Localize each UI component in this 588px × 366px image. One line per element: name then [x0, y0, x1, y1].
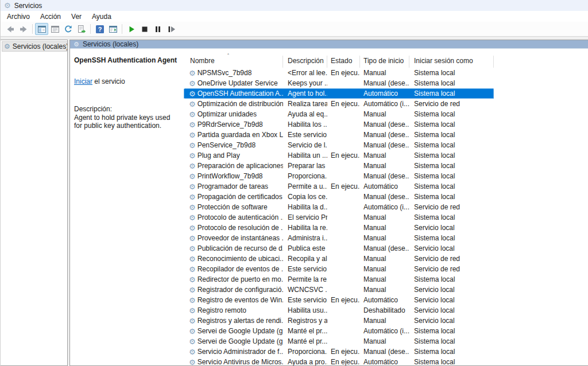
table-row[interactable]: ⚙OpenSSH Authentication A...Agent to hol… [184, 88, 494, 99]
show-console-tree-button[interactable] [35, 23, 48, 35]
table-row[interactable]: ⚙NPSMSvc_7b9d8<Error al lee...En ejecu..… [184, 68, 494, 78]
action-pane-icon [109, 25, 118, 34]
logon-as-cell: Servicio local [409, 295, 494, 305]
help-button[interactable]: ? [93, 23, 106, 35]
service-name: Reconocimiento de ubicaci... [198, 254, 283, 264]
service-status-cell [327, 192, 360, 202]
table-row[interactable]: ⚙Registro de eventos de Win...Este servi… [184, 295, 494, 305]
logon-as-cell: Sistema local [409, 161, 494, 171]
table-row[interactable]: ⚙Servicio Antivirus de Micros...Ayuda a … [184, 357, 494, 365]
service-name: PenService_7b9d8 [198, 140, 256, 150]
service-name: OpenSSH Authentication A... [198, 88, 283, 99]
table-row[interactable]: ⚙Propagación de certificadosCopia los ce… [184, 192, 494, 202]
service-name: Registro remoto [198, 305, 246, 316]
table-row[interactable]: ⚙Servei de Google Update (g...Manté el p… [184, 326, 494, 336]
service-description-cell: Este servicio... [283, 130, 327, 140]
menu-item-ver[interactable]: Ver [66, 11, 87, 22]
startup-type-cell: Automático [360, 295, 409, 305]
startup-type-cell: Manual [360, 336, 409, 346]
menu-item-archivo[interactable]: Archivo [2, 11, 35, 22]
back-button[interactable] [3, 23, 17, 35]
logon-as-cell: Servicio local [409, 285, 494, 295]
service-gear-icon: ⚙ [189, 90, 196, 98]
start-service-button[interactable] [125, 23, 138, 35]
column-header[interactable]: Estado [327, 56, 360, 68]
service-name-cell: ⚙NPSMSvc_7b9d8 [184, 68, 283, 78]
service-name: Registrador de configuració... [198, 285, 283, 295]
restart-icon [167, 25, 176, 34]
table-row[interactable]: ⚙Registrador de configuració...WCNCSVC .… [184, 285, 494, 295]
startup-type-cell: Manual (dese... [360, 140, 409, 150]
service-name-cell: ⚙Servei de Google Update (g... [184, 336, 283, 346]
logon-as-cell: Servicio de red [409, 99, 494, 109]
service-description-cell: Recopila y al... [283, 254, 327, 264]
pause-service-button[interactable] [151, 23, 164, 35]
table-row[interactable]: ⚙Registros y alertas de rendi...Registro… [184, 316, 494, 326]
logon-as-cell: Sistema local [409, 357, 494, 365]
service-status-cell [327, 274, 360, 285]
column-header[interactable]: Nombreˆ [184, 56, 283, 68]
service-name-cell: ⚙Registros y alertas de rendi... [184, 316, 283, 326]
startup-type-cell: Manual (dese... [360, 78, 409, 88]
service-status-cell [327, 233, 360, 243]
start-service-suffix: el servicio [92, 77, 125, 85]
service-name: Registros y alertas de rendi... [198, 316, 283, 326]
table-row[interactable]: ⚙Protección de softwareHabilita la d...A… [184, 202, 494, 212]
column-header[interactable]: Tipo de inicio [360, 56, 409, 68]
service-name: Optimización de distribución [198, 99, 283, 109]
table-row[interactable]: ⚙PrintWorkflow_7b9d8Proporciona...Manual… [184, 171, 494, 181]
table-row[interactable]: ⚙Protocolo de autenticación ...El servic… [184, 212, 494, 223]
table-row[interactable]: ⚙Servei de Google Update (g...Manté el p… [184, 336, 494, 346]
startup-type-cell: Manual (dese... [360, 243, 409, 254]
table-row[interactable]: ⚙Optimización de distribuciónRealiza tar… [184, 99, 494, 109]
column-header[interactable]: Descripción [283, 56, 327, 68]
table-row[interactable]: ⚙P9RdrService_7b9d8Habilita los ...Manua… [184, 119, 494, 130]
restart-service-button[interactable] [164, 23, 177, 35]
show-action-pane-button[interactable] [106, 23, 119, 35]
table-row[interactable]: ⚙Redirector de puerto en mo...Permite la… [184, 274, 494, 285]
table-row[interactable]: ⚙Registro remotoHabilita usu...Deshabili… [184, 305, 494, 316]
stop-service-button[interactable] [138, 23, 151, 35]
service-name-cell: ⚙Plug and Play [184, 150, 283, 161]
table-row[interactable]: ⚙OneDrive Updater ServiceKeeps your ...M… [184, 78, 494, 88]
refresh-button[interactable] [61, 23, 75, 35]
services-gear-icon: ⚙ [4, 43, 10, 50]
table-row[interactable]: ⚙Preparación de aplicacionesPreparar las… [184, 161, 494, 171]
properties-button[interactable] [48, 23, 61, 35]
menu-item-ayuda[interactable]: Ayuda [87, 11, 117, 22]
column-header[interactable]: Iniciar sesión como [409, 56, 494, 68]
menu-item-accion[interactable]: Acción [35, 11, 66, 22]
table-row[interactable]: ⚙Programador de tareasPermite a u...En e… [184, 181, 494, 192]
table-row[interactable]: ⚙Publicación de recurso de d...Publica e… [184, 243, 494, 254]
logon-as-cell: Sistema local [409, 336, 494, 346]
table-row[interactable]: ⚙Optimizar unidadesAyuda al eq...ManualS… [184, 109, 494, 119]
table-row[interactable]: ⚙Reconocimiento de ubicaci...Recopila y … [184, 254, 494, 264]
logon-as-cell: Servicio de red [409, 202, 494, 212]
table-row[interactable]: ⚙Proveedor de instantáneas ...Administra… [184, 233, 494, 243]
export-list-button[interactable] [75, 23, 88, 35]
table-row[interactable]: ⚙Partida guardada en Xbox L...Este servi… [184, 130, 494, 140]
service-name-cell: ⚙Reconocimiento de ubicaci... [184, 254, 283, 264]
table-row[interactable]: ⚙Servicio Administrador de f...Proporcio… [184, 346, 494, 357]
service-description-cell: Agent to hol... [283, 88, 327, 99]
service-status-cell: En ejecu... [327, 295, 360, 305]
start-service-link[interactable]: Iniciar [74, 77, 92, 85]
startup-type-cell: Deshabilitado [360, 305, 409, 316]
table-row[interactable]: ⚙Plug and PlayHabilita un ...En ejecu...… [184, 150, 494, 161]
service-description-cell: WCNCSVC ... [283, 285, 327, 295]
forward-button[interactable] [17, 23, 30, 35]
logon-as-cell: Servicio local [409, 305, 494, 316]
tree-item-servicios-locales[interactable]: ⚙ Servicios (locales) [2, 41, 68, 52]
table-row[interactable]: ⚙PenService_7b9d8Servicio de l...Manual … [184, 140, 494, 150]
service-status-cell [327, 305, 360, 316]
logon-as-cell: Sistema local [409, 88, 494, 99]
startup-type-cell: Manual [360, 212, 409, 223]
table-row[interactable]: ⚙Recopilador de eventos de ...Este servi… [184, 264, 494, 274]
service-status-cell [327, 223, 360, 233]
table-row[interactable]: ⚙Protocolo de resolución de ...Habilita … [184, 223, 494, 233]
service-gear-icon: ⚙ [189, 173, 196, 180]
startup-type-cell: Automático (i... [360, 99, 409, 109]
service-name: Protocolo de autenticación ... [198, 212, 283, 223]
service-name: Proveedor de instantáneas ... [198, 233, 283, 243]
startup-type-cell: Manual [360, 264, 409, 274]
